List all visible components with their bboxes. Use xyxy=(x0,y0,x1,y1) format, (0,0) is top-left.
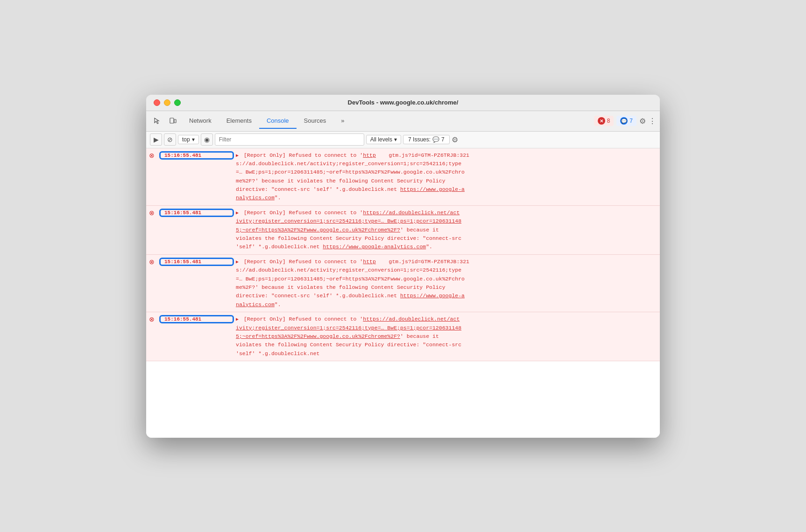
traffic-lights xyxy=(154,99,181,106)
analytics-link[interactable]: https://www.google-analytics.com xyxy=(323,244,426,250)
error-circle-icon: ⊗ xyxy=(146,315,157,323)
context-selector[interactable]: top ▾ xyxy=(178,135,199,144)
levels-label: All levels xyxy=(370,136,392,143)
error-circle-icon: ⊗ xyxy=(146,209,157,217)
device-icon xyxy=(169,117,177,125)
chat-icon: 💬 xyxy=(621,119,627,124)
cursor-icon xyxy=(153,117,161,125)
issues-count: 7 xyxy=(441,136,445,143)
dropdown-arrow-icon: ▾ xyxy=(192,136,195,143)
console-settings-icon[interactable]: ⚙ xyxy=(452,135,458,144)
error-count: 8 xyxy=(607,118,610,124)
title-bar: DevTools - www.google.co.uk/chrome/ xyxy=(146,95,660,111)
console-toolbar: ▶ ⊘ top ▾ ◉ All levels ▾ 7 Issues: 💬 7 ⚙ xyxy=(146,132,660,148)
expand-triangle-icon[interactable]: ▶ xyxy=(236,210,239,216)
inspect-element-button[interactable] xyxy=(150,114,164,128)
analytics-link[interactable]: https://www.google-a nalytics.com xyxy=(236,293,465,307)
issues-label: 7 Issues: xyxy=(408,136,431,143)
eye-icon: ◉ xyxy=(204,136,210,143)
device-toolbar-button[interactable] xyxy=(166,114,180,128)
error-x-icon: ✕ xyxy=(600,119,603,124)
toolbar-right: ✕ 8 💬 7 ⚙ ⋮ xyxy=(594,116,656,126)
more-options-icon[interactable]: ⋮ xyxy=(649,117,656,126)
filter-input[interactable] xyxy=(215,133,364,146)
issues-chat-icon: 💬 xyxy=(432,136,439,143)
url-link[interactable]: http xyxy=(363,259,376,265)
log-message-text: ▶ [Report Only] Refused to connect to 'h… xyxy=(236,151,660,203)
svg-rect-0 xyxy=(170,118,174,123)
minimize-button[interactable] xyxy=(164,99,170,106)
log-levels-selector[interactable]: All levels ▾ xyxy=(366,135,401,144)
log-message-text: ▶ [Report Only] Refused to connect to 'h… xyxy=(236,209,660,252)
log-entry: ⊗ 15:16:55.481 ▶ [Report Only] Refused t… xyxy=(146,148,660,206)
log-message-text: ▶ [Report Only] Refused to connect to 'h… xyxy=(236,315,660,358)
analytics-link[interactable]: https://www.google-a nalytics.com xyxy=(236,186,465,201)
info-icon-circle: 💬 xyxy=(620,117,628,125)
devtools-window: DevTools - www.google.co.uk/chrome/ Netw… xyxy=(146,95,660,438)
expand-triangle-icon[interactable]: ▶ xyxy=(236,317,239,322)
tab-more[interactable]: » xyxy=(333,113,352,129)
eye-button[interactable]: ◉ xyxy=(201,133,213,146)
url-link[interactable]: https://ad.doubleclick.net/act ivity;reg… xyxy=(236,210,461,233)
tab-network[interactable]: Network xyxy=(182,113,219,129)
tab-toolbar: Network Elements Console Sources » ✕ 8 💬… xyxy=(146,111,660,132)
error-icon-circle: ✕ xyxy=(598,117,605,125)
expand-triangle-icon[interactable]: ▶ xyxy=(236,153,239,158)
error-count-button[interactable]: ✕ 8 xyxy=(594,116,614,126)
log-entry: ⊗ 15:16:55.481 ▶ [Report Only] Refused t… xyxy=(146,312,660,361)
clear-console-button[interactable]: ⊘ xyxy=(164,133,176,146)
window-title: DevTools - www.google.co.uk/chrome/ xyxy=(348,99,459,106)
error-circle-icon: ⊗ xyxy=(146,258,157,266)
context-label: top xyxy=(182,136,190,143)
log-message-text: ▶ [Report Only] Refused to connect to 'h… xyxy=(236,258,660,309)
log-timestamp: 15:16:55.481 xyxy=(159,258,234,266)
log-entry: ⊗ 15:16:55.481 ▶ [Report Only] Refused t… xyxy=(146,255,660,312)
console-output: ⊗ 15:16:55.481 ▶ [Report Only] Refused t… xyxy=(146,148,660,438)
maximize-button[interactable] xyxy=(174,99,181,106)
svg-rect-1 xyxy=(174,119,176,123)
error-circle-icon: ⊗ xyxy=(146,151,157,159)
log-timestamp: 15:16:55.481 xyxy=(159,209,234,217)
tab-sources[interactable]: Sources xyxy=(297,113,334,129)
tab-elements[interactable]: Elements xyxy=(219,113,259,129)
expand-triangle-icon[interactable]: ▶ xyxy=(236,259,239,265)
levels-dropdown-icon: ▾ xyxy=(394,136,397,143)
url-link[interactable]: http xyxy=(363,152,376,158)
info-count: 7 xyxy=(629,118,633,124)
log-timestamp: 15:16:55.481 xyxy=(159,151,234,160)
play-icon: ▶ xyxy=(154,136,159,143)
settings-gear-icon[interactable]: ⚙ xyxy=(639,117,646,126)
tab-console[interactable]: Console xyxy=(259,113,297,129)
log-timestamp: 15:16:55.481 xyxy=(159,315,234,323)
log-entry: ⊗ 15:16:55.481 ▶ [Report Only] Refused t… xyxy=(146,206,660,255)
info-count-button[interactable]: 💬 7 xyxy=(616,116,636,126)
url-link[interactable]: https://ad.doubleclick.net/act ivity;reg… xyxy=(236,316,461,339)
block-icon: ⊘ xyxy=(167,136,173,143)
issues-button[interactable]: 7 Issues: 💬 7 xyxy=(403,135,450,144)
close-button[interactable] xyxy=(154,99,160,106)
tab-navigation: Network Elements Console Sources » xyxy=(182,113,592,129)
play-button[interactable]: ▶ xyxy=(150,133,162,146)
